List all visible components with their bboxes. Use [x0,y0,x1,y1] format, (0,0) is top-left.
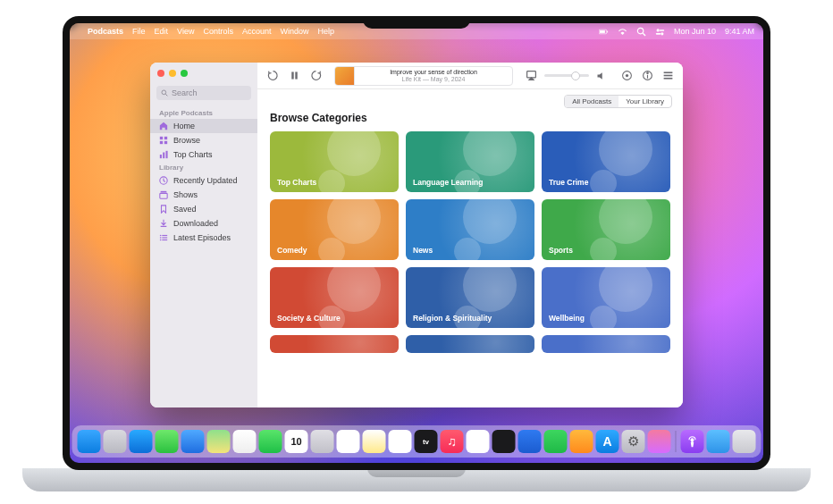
category-label: Language Learning [413,178,483,187]
category-card[interactable]: Society & Culture [270,267,399,328]
svg-rect-1 [600,30,605,33]
search-status-icon[interactable] [636,27,646,37]
sidebar-item-browse[interactable]: Browse [150,133,257,147]
dock-facetime[interactable] [259,430,282,453]
speaker-icon[interactable] [596,71,607,81]
svg-point-21 [160,235,162,237]
menu-window[interactable]: Window [280,27,308,36]
menu-edit[interactable]: Edit [155,27,169,36]
category-card[interactable]: True Crime [542,131,670,192]
sidebar-item-saved[interactable]: Saved [150,202,257,216]
dock-freeform[interactable] [389,430,412,453]
dock-iphone-mirror[interactable] [648,430,671,453]
svg-rect-8 [656,33,661,35]
svg-rect-20 [160,193,167,198]
sidebar-item-label: Saved [173,205,197,214]
category-label: Comedy [277,246,307,255]
dock: 10tv♫A⚙ [72,425,761,458]
chapters-icon[interactable] [621,70,633,81]
sidebar-item-recently-updated[interactable]: Recently Updated [150,173,257,188]
dock-reminders[interactable] [337,430,360,453]
desktop-screen: Podcasts File Edit View Controls Account… [70,23,763,463]
dock-numbers[interactable] [544,430,568,453]
svg-rect-6 [660,29,665,31]
menu-controls[interactable]: Controls [203,27,233,36]
dock-notes[interactable] [363,430,386,453]
dock-music[interactable]: ♫ [441,430,464,453]
category-card[interactable]: Comedy [270,199,399,260]
dock-settings[interactable]: ⚙ [622,430,645,453]
close-button[interactable] [157,70,164,77]
sidebar-item-shows[interactable]: Shows [150,188,257,202]
dock-photos[interactable] [233,430,257,453]
category-label: Top Charts [277,178,316,187]
dock-finder[interactable] [78,430,101,453]
menubar-time[interactable]: 9:41 AM [725,27,754,36]
menu-help[interactable]: Help [317,27,334,36]
sidebar-item-top-charts[interactable]: Top Charts [150,147,257,162]
skip-forward-button[interactable] [309,70,322,82]
dock-maps[interactable] [207,430,231,453]
svg-point-31 [626,74,628,77]
dock-safari[interactable] [130,430,153,453]
zoom-button[interactable] [181,70,188,77]
category-card[interactable]: Religion & Spirituality [406,267,534,328]
category-label: Sports [549,246,573,255]
category-card[interactable]: Top Charts [270,131,399,192]
segment-all-podcasts[interactable]: All Podcasts [565,96,618,107]
sidebar-item-latest-episodes[interactable]: Latest Episodes [150,231,257,245]
dock-tv[interactable]: tv [415,430,438,453]
category-card-partial[interactable] [542,335,670,353]
menubar-date[interactable]: Mon Jun 10 [674,27,716,36]
dock-downloads[interactable] [707,430,730,453]
dock-contacts[interactable] [311,430,334,453]
svg-point-9 [162,90,166,95]
dock-pages[interactable] [570,430,593,453]
svg-point-3 [637,28,643,33]
menu-account[interactable]: Account [242,27,272,36]
sidebar-item-downloaded[interactable]: Downloaded [150,216,257,231]
svg-rect-12 [164,137,167,139]
dock-podcasts[interactable] [681,430,704,453]
dock-stocks[interactable] [492,430,516,453]
play-pause-button[interactable] [288,70,300,82]
control-center-icon[interactable] [655,27,665,37]
category-card[interactable]: Language Learning [406,131,534,192]
dock-mail[interactable] [181,430,205,453]
menu-file[interactable]: File [132,27,146,36]
info-icon[interactable] [642,70,653,81]
search-input[interactable]: Search [156,86,251,100]
volume-slider[interactable] [544,74,589,77]
dock-keynote[interactable] [518,430,542,453]
sidebar-item-home[interactable]: Home [150,119,257,133]
category-card[interactable]: Wellbeing [542,267,670,328]
queue-icon[interactable] [662,70,674,81]
dock-appstore[interactable]: A [596,430,619,453]
category-card[interactable]: News [406,199,534,260]
category-card[interactable]: Sports [542,199,670,260]
dock-messages[interactable] [156,430,179,453]
category-card-partial[interactable] [270,335,399,353]
minimize-button[interactable] [169,70,176,77]
wifi-icon[interactable] [618,27,627,37]
dock-trash[interactable] [733,430,756,453]
menubar-appname[interactable]: Podcasts [88,27,123,36]
content-scroll[interactable]: Browse Categories Top ChartsLanguage Lea… [257,108,683,407]
battery-icon[interactable] [599,27,609,37]
dock-news[interactable] [467,430,490,453]
dock-launchpad[interactable] [104,430,127,453]
sidebar-item-label: Recently Updated [173,176,238,185]
category-card-partial[interactable] [406,335,534,353]
search-icon [161,89,168,97]
dock-calendar[interactable]: 10 [285,430,308,453]
stack-icon [159,190,168,199]
airplay-icon[interactable] [526,70,537,81]
skip-back-button[interactable] [266,70,279,82]
category-label: Wellbeing [549,314,585,323]
svg-rect-37 [664,78,673,80]
segment-your-library[interactable]: Your Library [618,96,671,107]
svg-rect-35 [664,71,673,73]
now-playing[interactable]: Improve your sense of direction Life Kit… [334,66,513,86]
menu-view[interactable]: View [177,27,194,36]
svg-point-38 [691,438,694,441]
